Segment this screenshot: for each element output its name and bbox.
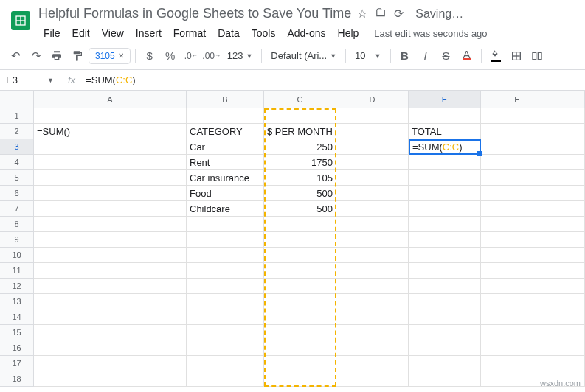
cell-D15[interactable] <box>336 325 409 340</box>
decrease-decimal-button[interactable]: .0← <box>181 46 201 66</box>
cell-E18[interactable] <box>409 371 481 387</box>
cell-C1[interactable] <box>264 108 336 124</box>
cell-G13[interactable] <box>553 294 585 309</box>
document-title[interactable]: Helpful Formulas in Google Sheets to Sav… <box>38 6 351 21</box>
cell-F7[interactable] <box>481 201 553 217</box>
cell-E14[interactable] <box>409 309 481 325</box>
cell-C4[interactable]: 1750 <box>264 155 336 170</box>
cell-G5[interactable] <box>553 170 585 186</box>
cell-G10[interactable] <box>553 248 585 263</box>
cell-B15[interactable] <box>187 325 264 340</box>
cell-F16[interactable] <box>481 340 553 356</box>
cell-C17[interactable] <box>264 356 336 371</box>
cell-F8[interactable] <box>481 217 553 232</box>
cell-E5[interactable] <box>409 170 481 186</box>
row-header[interactable]: 3 <box>0 139 34 155</box>
cell-E1[interactable] <box>409 108 481 124</box>
font-size-dropdown[interactable]: 10▼ <box>350 50 385 61</box>
cell-D5[interactable] <box>336 170 409 186</box>
row-header[interactable]: 17 <box>0 356 34 371</box>
merge-cells-button[interactable] <box>527 46 547 66</box>
cell-F12[interactable] <box>481 279 553 294</box>
cell-G9[interactable] <box>553 232 585 248</box>
active-cell-E3[interactable]: =SUM(C:C) <box>409 139 481 155</box>
menu-tools[interactable]: Tools <box>246 24 281 42</box>
move-icon[interactable] <box>375 7 387 21</box>
cell-G8[interactable] <box>553 217 585 232</box>
cell-G11[interactable] <box>553 263 585 279</box>
cell-C11[interactable] <box>264 263 336 279</box>
print-button[interactable] <box>47 46 66 66</box>
cell-A16[interactable] <box>34 340 187 356</box>
cell-G7[interactable] <box>553 201 585 217</box>
menu-data[interactable]: Data <box>212 24 245 42</box>
star-icon[interactable]: ☆ <box>357 7 367 21</box>
cell-A14[interactable] <box>34 309 187 325</box>
cell-F9[interactable] <box>481 232 553 248</box>
cell-B11[interactable] <box>187 263 264 279</box>
font-family-dropdown[interactable]: Default (Ari...▼ <box>266 50 341 61</box>
cell-A10[interactable] <box>34 248 187 263</box>
cell-C7[interactable]: 500 <box>264 201 336 217</box>
cell-D1[interactable] <box>336 108 409 124</box>
row-header[interactable]: 13 <box>0 294 34 309</box>
cell-C10[interactable] <box>264 248 336 263</box>
formula-input[interactable]: =SUM(C:C) <box>83 74 585 86</box>
cell-C12[interactable] <box>264 279 336 294</box>
cell-E7[interactable] <box>409 201 481 217</box>
row-header[interactable]: 2 <box>0 124 34 139</box>
cell-E17[interactable] <box>409 356 481 371</box>
row-header[interactable]: 7 <box>0 201 34 217</box>
cell-A6[interactable] <box>34 186 187 201</box>
col-header-E[interactable]: E <box>409 91 481 108</box>
cell-G3[interactable] <box>553 139 585 155</box>
cell-A9[interactable] <box>34 232 187 248</box>
col-header-extra[interactable] <box>553 91 585 108</box>
sheets-logo[interactable] <box>6 6 35 35</box>
redo-button[interactable]: ↷ <box>27 46 46 66</box>
cell-D6[interactable] <box>336 186 409 201</box>
cell-A17[interactable] <box>34 356 187 371</box>
cell-B14[interactable] <box>187 309 264 325</box>
menu-insert[interactable]: Insert <box>131 24 167 42</box>
cell-D17[interactable] <box>336 356 409 371</box>
row-header[interactable]: 11 <box>0 263 34 279</box>
text-color-button[interactable]: A <box>457 46 477 66</box>
row-header[interactable]: 15 <box>0 325 34 340</box>
cell-B2[interactable]: CATEGORY <box>187 124 264 139</box>
menu-edit[interactable]: Edit <box>67 24 95 42</box>
cell-C5[interactable]: 105 <box>264 170 336 186</box>
cell-A3[interactable] <box>34 139 187 155</box>
col-header-C[interactable]: C <box>264 91 336 108</box>
cell-E15[interactable] <box>409 325 481 340</box>
cell-B8[interactable] <box>187 217 264 232</box>
cell-E4[interactable] <box>409 155 481 170</box>
row-header[interactable]: 4 <box>0 155 34 170</box>
cloud-sync-icon[interactable]: ⟳ <box>394 7 404 21</box>
cell-B7[interactable]: Childcare <box>187 201 264 217</box>
cell-D16[interactable] <box>336 340 409 356</box>
cell-G14[interactable] <box>553 309 585 325</box>
row-header[interactable]: 9 <box>0 232 34 248</box>
cell-B5[interactable]: Car insurance <box>187 170 264 186</box>
menu-addons[interactable]: Add-ons <box>282 24 330 42</box>
cell-G4[interactable] <box>553 155 585 170</box>
cell-A8[interactable] <box>34 217 187 232</box>
cell-B9[interactable] <box>187 232 264 248</box>
row-header[interactable]: 12 <box>0 279 34 294</box>
cell-C18[interactable] <box>264 371 336 387</box>
last-edit-link[interactable]: Last edit was seconds ago <box>374 28 487 39</box>
menu-format[interactable]: Format <box>168 24 211 42</box>
bold-button[interactable]: B <box>395 46 415 66</box>
cell-G1[interactable] <box>553 108 585 124</box>
cell-G2[interactable] <box>553 124 585 139</box>
cell-G17[interactable] <box>553 356 585 371</box>
borders-button[interactable] <box>507 46 526 66</box>
menu-help[interactable]: Help <box>333 24 364 42</box>
cell-A11[interactable] <box>34 263 187 279</box>
cell-C6[interactable]: 500 <box>264 186 336 201</box>
cell-F10[interactable] <box>481 248 553 263</box>
cell-D7[interactable] <box>336 201 409 217</box>
cell-B4[interactable]: Rent <box>187 155 264 170</box>
cell-G16[interactable] <box>553 340 585 356</box>
